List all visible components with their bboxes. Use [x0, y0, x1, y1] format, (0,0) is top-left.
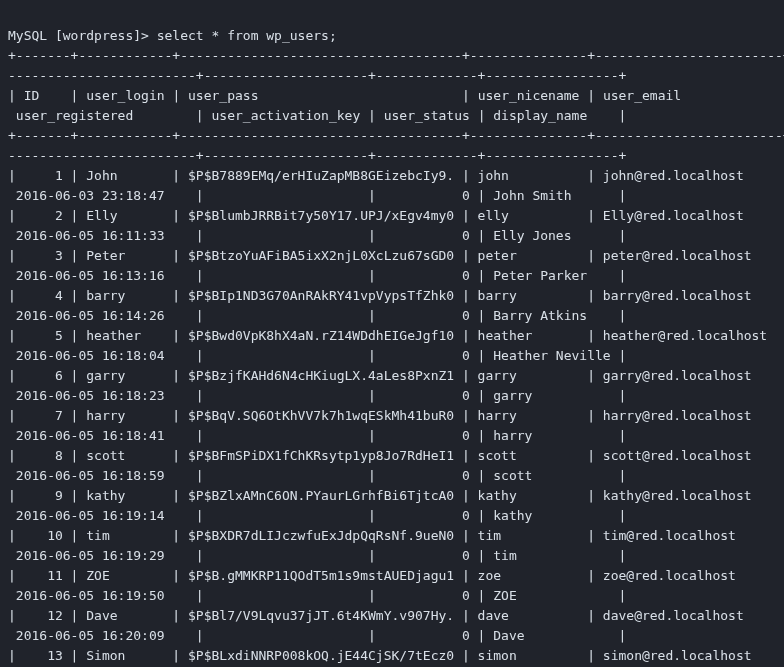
table-row: | 4 | barry | $P$BIp1ND3G70AnRAkRY41vpVy…: [8, 288, 784, 303]
table-row: 2016-06-03 23:18:47 | | 0 | John Smith |: [8, 188, 626, 203]
table-row: 2016-06-05 16:18:23 | | 0 | garry |: [8, 388, 626, 403]
table-border-mid-2: ------------------------+---------------…: [8, 148, 626, 163]
table-row: | 5 | heather | $P$Bwd0VpK8hX4aN.rZ14WDd…: [8, 328, 784, 343]
table-row: 2016-06-05 16:13:16 | | 0 | Peter Parker…: [8, 268, 626, 283]
table-row: 2016-06-05 16:19:50 | | 0 | ZOE |: [8, 588, 626, 603]
table-row: | 13 | Simon | $P$BLxdiNNRP008kOQ.jE44Cj…: [8, 648, 784, 663]
table-border-top-2: ------------------------+---------------…: [8, 68, 626, 83]
table-row: 2016-06-05 16:18:04 | | 0 | Heather Nevi…: [8, 348, 626, 363]
table-row: | 10 | tim | $P$BXDR7dLIJczwfuExJdpQqRsN…: [8, 528, 784, 543]
table-row: | 9 | kathy | $P$BZlxAMnC6ON.PYaurLGrhfB…: [8, 488, 784, 503]
table-row: 2016-06-05 16:18:41 | | 0 | harry |: [8, 428, 626, 443]
table-row: 2016-06-05 16:14:26 | | 0 | Barry Atkins…: [8, 308, 626, 323]
table-border-top: +-------+------------+------------------…: [8, 48, 784, 63]
table-rows: | 1 | John | $P$B7889EMq/erHIuZapMB8GEiz…: [8, 166, 776, 667]
table-row: | 3 | Peter | $P$BtzoYuAFiBA5ixX2njL0XcL…: [8, 248, 784, 263]
table-row: 2016-06-05 16:19:14 | | 0 | kathy |: [8, 508, 626, 523]
table-row: | 11 | ZOE | $P$B.gMMKRP11QOdT5m1s9mstAU…: [8, 568, 784, 583]
table-row: 2016-06-05 16:20:09 | | 0 | Dave |: [8, 628, 626, 643]
table-row: | 1 | John | $P$B7889EMq/erHIuZapMB8GEiz…: [8, 168, 784, 183]
sql-query: select * from wp_users;: [157, 28, 337, 43]
prompt-gt: >: [141, 28, 149, 43]
header-row-1: | ID | user_login | user_pass | user_nic…: [8, 88, 784, 103]
table-row: 2016-06-05 16:18:59 | | 0 | scott |: [8, 468, 626, 483]
table-row: | 2 | Elly | $P$BlumbJRRBit7y50Y17.UPJ/x…: [8, 208, 784, 223]
table-row: 2016-06-05 16:19:29 | | 0 | tim |: [8, 548, 626, 563]
table-row: | 7 | harry | $P$BqV.SQ6OtKhVV7k7h1wqESk…: [8, 408, 784, 423]
terminal-output: MySQL [wordpress]> select * from wp_user…: [0, 0, 784, 667]
table-border-mid: +-------+------------+------------------…: [8, 128, 784, 143]
table-row: 2016-06-05 16:11:33 | | 0 | Elly Jones |: [8, 228, 626, 243]
header-row-2: user_registered | user_activation_key | …: [8, 108, 626, 123]
table-row: | 8 | scott | $P$BFmSPiDX1fChKRsytp1yp8J…: [8, 448, 784, 463]
table-row: | 12 | Dave | $P$Bl7/V9Lqvu37jJT.6t4KWmY…: [8, 608, 784, 623]
table-row: | 6 | garry | $P$BzjfKAHd6N4cHKiugLX.4aL…: [8, 368, 784, 383]
prompt-db: MySQL [wordpress]: [8, 28, 141, 43]
